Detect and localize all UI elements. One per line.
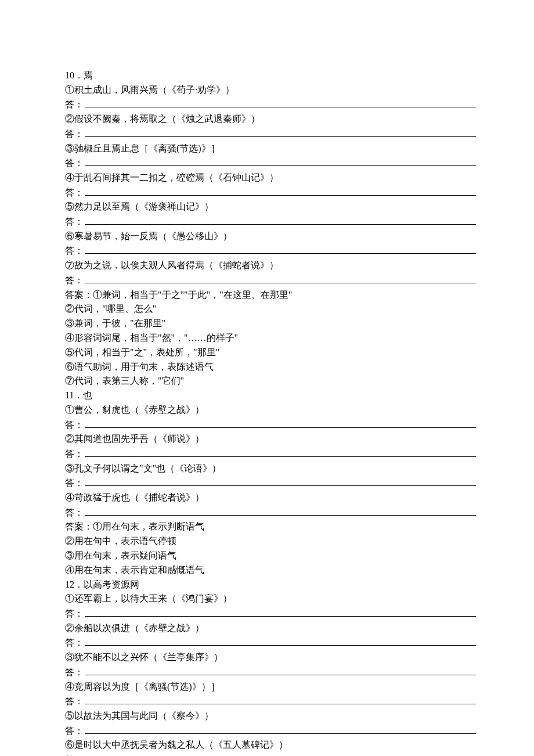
question-header: 11．也 (65, 388, 476, 403)
answer-label: 答： (65, 476, 84, 491)
answer-blank[interactable] (85, 694, 476, 704)
answer-label: 答： (65, 186, 84, 200)
answer-blank[interactable] (85, 447, 476, 457)
question-item: ④苛政猛于虎也（《捕蛇者说》） (65, 491, 476, 505)
answer-text: ③兼词，于彼，"在那里" (65, 316, 476, 331)
answer-line: 答： (65, 723, 476, 739)
question-item: ⑤以故法为其国与此同（《察今》） (65, 709, 476, 723)
answer-blank[interactable] (85, 665, 476, 675)
answer-label: 答： (65, 156, 84, 171)
answer-blank[interactable] (85, 273, 476, 283)
answer-label: 答： (65, 506, 84, 520)
question-item: ④于乱石间择其一二扣之，硿硿焉（《石钟山记》） (65, 171, 476, 185)
answer-line: 答： (65, 476, 476, 491)
answer-label: 答： (65, 636, 84, 650)
question-header: 12．以高考资源网 (65, 578, 476, 592)
answer-text: ⑦代词，表第三人称，"它们" (65, 374, 476, 388)
answer-line: 答： (65, 447, 476, 462)
answer-line: 答： (65, 98, 476, 113)
answer-blank[interactable] (85, 505, 476, 516)
answer-text: 答案：①兼词，相当于"于之""于此"，"在这里、在那里" (65, 288, 476, 303)
answer-label: 答： (65, 127, 84, 142)
answer-text: ④形容词词尾，相当于"然"，"……的样子" (65, 331, 476, 345)
question-item: ⑤然力足以至焉（《游褒禅山记》） (65, 200, 476, 214)
answer-blank[interactable] (85, 156, 476, 166)
answer-label: 答： (65, 724, 84, 739)
answer-label: 答： (65, 694, 84, 709)
question-item: ①还军霸上，以待大王来（《鸿门宴》） (65, 592, 476, 606)
answer-label: 答： (65, 98, 84, 112)
question-item: ⑥是时以大中丞抚吴者为魏之私人（《五人墓碑记》） (65, 738, 476, 753)
answer-line: 答： (65, 694, 476, 709)
answer-text: ②用在句中，表示语气停顿 (65, 534, 476, 549)
question-header: 10．焉 (65, 69, 476, 83)
answer-line: 答： (65, 273, 476, 288)
answer-label: 答： (65, 607, 84, 621)
answer-text: ④用在句末，表示肯定和感慨语气 (65, 563, 476, 578)
answer-blank[interactable] (85, 636, 476, 646)
answer-blank[interactable] (85, 476, 476, 486)
question-item: ④竞周容以为度［《离骚(节选)》）］ (65, 680, 476, 694)
answer-text: ⑤代词，相当于"之"，表处所，"那里" (65, 345, 476, 360)
answer-line: 答： (65, 214, 476, 229)
answer-label: 答： (65, 418, 84, 433)
answer-text: ③用在句末，表示疑问语气 (65, 549, 476, 563)
answer-blank[interactable] (85, 127, 476, 137)
question-item: ①积土成山，风雨兴焉（《荀子·劝学》） (65, 83, 476, 98)
question-item: ①曹公，豺虎也（《赤壁之战》） (65, 403, 476, 417)
answer-text: ⑥语气助词，用于句末，表陈述语气 (65, 360, 476, 375)
question-item: ③犹不能不以之兴怀（《兰亭集序》） (65, 650, 476, 665)
answer-blank[interactable] (85, 417, 476, 428)
answer-line: 答： (65, 753, 476, 756)
answer-line: 答： (65, 185, 476, 200)
question-item: ⑦故为之说，以俟夫观人风者得焉（《捕蛇者说》） (65, 258, 476, 273)
answer-blank[interactable] (85, 753, 476, 756)
answer-line: 答： (65, 244, 476, 259)
answer-label: 答： (65, 215, 84, 229)
answer-label: 答： (65, 273, 84, 288)
answer-line: 答： (65, 606, 476, 621)
answer-text: 答案：①用在句末，表示判断语气 (65, 520, 476, 534)
answer-blank[interactable] (85, 98, 476, 108)
question-item: ⑥寒暑易节，始一反焉（《愚公移山》） (65, 229, 476, 244)
answer-line: 答： (65, 665, 476, 680)
answer-label: 答： (65, 244, 84, 258)
answer-line: 答： (65, 127, 476, 142)
answer-line: 答： (65, 417, 476, 433)
question-item: ③孔文子何以谓之"文"也（《论语》） (65, 462, 476, 476)
answer-line: 答： (65, 636, 476, 651)
answer-line: 答： (65, 505, 476, 520)
answer-blank[interactable] (85, 244, 476, 254)
answer-label: 答： (65, 753, 84, 756)
answer-blank[interactable] (85, 606, 476, 617)
answer-label: 答： (65, 447, 84, 462)
question-item: ②余船以次俱进（《赤壁之战》） (65, 621, 476, 636)
answer-line: 答： (65, 156, 476, 171)
answer-label: 答： (65, 665, 84, 680)
answer-text: ②代词，"哪里、怎么" (65, 302, 476, 316)
question-item: ③驰椒丘且焉止息［《离骚(节选)》］ (65, 142, 476, 156)
answer-blank[interactable] (85, 723, 476, 734)
question-item: ②假设不阙秦，将焉取之（《烛之武退秦师》） (65, 112, 476, 127)
answer-blank[interactable] (85, 185, 476, 196)
answer-blank[interactable] (85, 214, 476, 225)
question-item: ②其闻道也固先乎吾（《师说》） (65, 432, 476, 447)
